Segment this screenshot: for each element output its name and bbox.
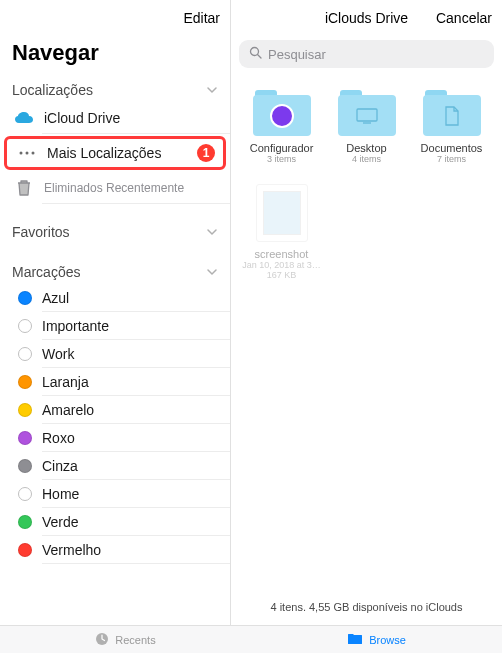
tag-dot-icon (18, 347, 32, 361)
tag-dot-icon (18, 375, 32, 389)
folder-icon (253, 90, 311, 136)
chevron-down-icon (206, 84, 218, 96)
favorites-header-label: Favoritos (12, 224, 70, 240)
locations-header-label: Localizações (12, 82, 93, 98)
tag-item[interactable]: Amarelo (0, 396, 230, 424)
tag-item[interactable]: Importante (0, 312, 230, 340)
location-label: Eliminados Recentemente (44, 181, 218, 195)
tag-label: Azul (42, 290, 218, 306)
main-title: iClouds Drive (325, 10, 408, 26)
tag-label: Vermelho (42, 542, 218, 558)
search-icon (249, 45, 262, 63)
clock-icon (95, 632, 109, 648)
tag-label: Home (42, 486, 218, 502)
status-bar: 4 itens. 4,55 GB disponíveis no iClouds (231, 593, 502, 625)
location-item-deleted[interactable]: Eliminados Recentemente (0, 172, 230, 204)
folder-icon (338, 90, 396, 136)
folder-item[interactable]: Documentos7 items (409, 90, 494, 164)
location-label: iCloud Drive (44, 110, 218, 126)
tag-item[interactable]: Verde (0, 508, 230, 536)
tag-label: Cinza (42, 458, 218, 474)
chevron-down-icon (206, 266, 218, 278)
svg-point-1 (26, 152, 29, 155)
location-item-more[interactable]: Mais Localizações 1 (4, 136, 226, 170)
tag-dot-icon (18, 403, 32, 417)
location-item-icloud[interactable]: iCloud Drive (0, 102, 230, 134)
tag-item[interactable]: Azul (0, 284, 230, 312)
tags-header-label: Marcações (12, 264, 80, 280)
item-meta: Jan 10, 2018 at 3… (242, 260, 321, 270)
tag-label: Work (42, 346, 218, 362)
sidebar: Editar Navegar Localizações iCloud Drive… (0, 0, 231, 625)
icloud-icon (14, 108, 34, 128)
item-name: screenshot (255, 248, 309, 260)
folder-item[interactable]: Desktop4 items (324, 90, 409, 164)
tab-browse[interactable]: Browse (251, 626, 502, 653)
favorites-header[interactable]: Favoritos (0, 218, 230, 244)
file-grid: Configurador3 itemsDesktop4 itemsDocumen… (231, 76, 502, 314)
search-box[interactable] (239, 40, 494, 68)
item-name: Documentos (421, 142, 483, 154)
more-icon (17, 143, 37, 163)
item-meta: 3 items (267, 154, 296, 164)
search-wrap (231, 36, 502, 76)
item-meta: 167 KB (267, 270, 297, 280)
tag-item[interactable]: Work (0, 340, 230, 368)
file-thumbnail (256, 184, 308, 242)
item-name: Configurador (250, 142, 314, 154)
trash-icon (14, 178, 34, 198)
folder-item[interactable]: Configurador3 items (239, 90, 324, 164)
svg-point-0 (20, 152, 23, 155)
tags-header[interactable]: Marcações (0, 258, 230, 284)
notification-badge: 1 (197, 144, 215, 162)
tab-label: Browse (369, 634, 406, 646)
tag-label: Verde (42, 514, 218, 530)
tag-label: Amarelo (42, 402, 218, 418)
svg-rect-5 (357, 109, 377, 121)
item-meta: 4 items (352, 154, 381, 164)
search-input[interactable] (268, 47, 484, 62)
tab-label: Recents (115, 634, 155, 646)
location-label: Mais Localizações (47, 145, 187, 161)
tag-dot-icon (18, 543, 32, 557)
cancel-button[interactable]: Cancelar (436, 10, 492, 26)
tag-item[interactable]: Cinza (0, 452, 230, 480)
main-header: iClouds Drive Cancelar (231, 0, 502, 36)
tag-item[interactable]: Roxo (0, 424, 230, 452)
tab-recents[interactable]: Recents (0, 626, 251, 653)
sidebar-header: Editar (0, 0, 230, 36)
folder-icon (347, 632, 363, 647)
svg-point-2 (32, 152, 35, 155)
browse-title: Navegar (0, 36, 230, 76)
tag-dot-icon (18, 431, 32, 445)
main-panel: iClouds Drive Cancelar Configurador3 ite… (231, 0, 502, 625)
tag-dot-icon (18, 319, 32, 333)
tag-label: Laranja (42, 374, 218, 390)
tag-dot-icon (18, 459, 32, 473)
tag-label: Importante (42, 318, 218, 334)
tag-item[interactable]: Home (0, 480, 230, 508)
tag-item[interactable]: Laranja (0, 368, 230, 396)
edit-button[interactable]: Editar (183, 10, 220, 26)
file-item[interactable]: screenshotJan 10, 2018 at 3…167 KB (239, 184, 324, 280)
item-name: Desktop (346, 142, 386, 154)
item-meta: 7 items (437, 154, 466, 164)
tag-label: Roxo (42, 430, 218, 446)
tag-dot-icon (18, 291, 32, 305)
chevron-down-icon (206, 226, 218, 238)
tag-dot-icon (18, 515, 32, 529)
folder-icon (423, 90, 481, 136)
tags-list: AzulImportanteWorkLaranjaAmareloRoxoCinz… (0, 284, 230, 564)
tag-item[interactable]: Vermelho (0, 536, 230, 564)
svg-line-4 (258, 55, 262, 59)
tag-dot-icon (18, 487, 32, 501)
bottom-tabs: Recents Browse (0, 625, 502, 653)
locations-header[interactable]: Localizações (0, 76, 230, 102)
